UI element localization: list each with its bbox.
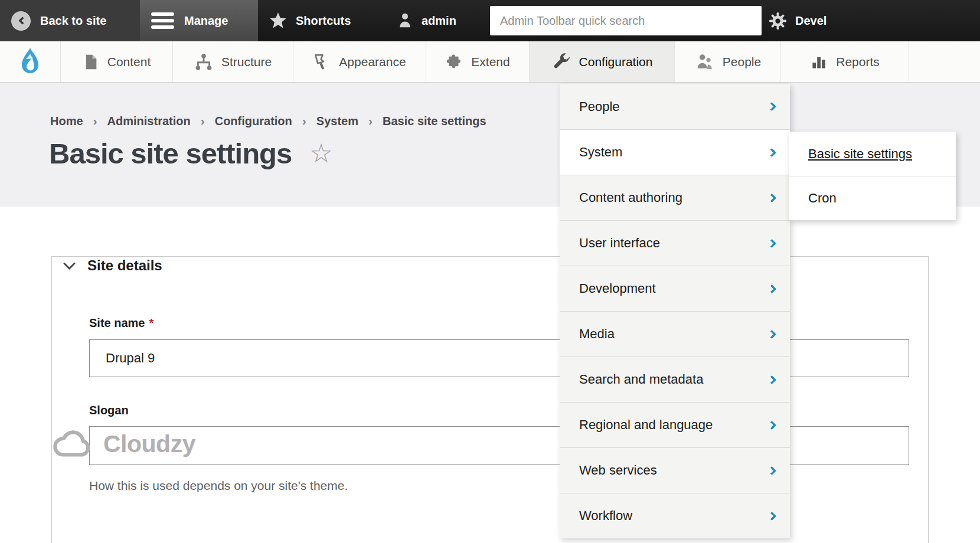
admin-bar-spacer bbox=[909, 41, 980, 82]
menu-item-appearance[interactable]: Appearance bbox=[293, 41, 426, 82]
shortcuts-tab[interactable]: Shortcuts bbox=[269, 0, 351, 41]
dropdown-item-development[interactable]: Development bbox=[560, 266, 790, 311]
chevron-down-icon bbox=[63, 257, 76, 270]
appearance-icon bbox=[313, 53, 331, 71]
site-details-fieldset bbox=[51, 256, 929, 543]
menu-item-label: Reports bbox=[836, 55, 880, 69]
menu-item-structure[interactable]: Structure bbox=[173, 41, 293, 82]
menu-item-label: Structure bbox=[221, 55, 272, 69]
dropdown-item-user-interface[interactable]: User interface bbox=[560, 220, 790, 266]
gear-icon bbox=[768, 11, 788, 31]
dropdown-item-workflow[interactable]: Workflow bbox=[560, 493, 790, 538]
admin-toolbar-search-input[interactable] bbox=[490, 6, 762, 35]
dropdown-item-label: Regional and language bbox=[579, 417, 713, 433]
reports-bar-chart-icon bbox=[810, 53, 828, 71]
breadcrumb-separator: › bbox=[302, 114, 306, 128]
breadcrumb-link-administration[interactable]: Administration bbox=[107, 115, 191, 128]
top-toolbar: Back to site Manage Shortcuts admin bbox=[0, 0, 980, 41]
slogan-label: Slogan bbox=[89, 404, 129, 417]
chevron-right-icon bbox=[767, 466, 777, 475]
dropdown-item-label: Workflow bbox=[579, 508, 632, 524]
people-icon bbox=[694, 53, 714, 71]
favorite-star-icon[interactable]: ☆ bbox=[309, 140, 332, 166]
configuration-dropdown-menu: People System Content authoring User int… bbox=[560, 84, 790, 538]
admin-menu-bar: Content Structure Appearance Extend bbox=[0, 41, 980, 83]
manage-label: Manage bbox=[184, 14, 228, 28]
dropdown-item-label: People bbox=[579, 99, 620, 115]
chevron-right-icon bbox=[767, 284, 777, 293]
dropdown-item-system[interactable]: System bbox=[560, 129, 790, 175]
dropdown-item-people[interactable]: People bbox=[560, 84, 790, 129]
page-title-row: Basic site settings ☆ bbox=[49, 137, 333, 170]
chevron-right-icon bbox=[767, 511, 777, 521]
dropdown-item-label: User interface bbox=[579, 235, 660, 251]
required-marker: * bbox=[149, 316, 153, 329]
chevron-right-icon bbox=[767, 238, 777, 248]
site-details-section-toggle[interactable]: Site details bbox=[65, 257, 162, 274]
menu-item-extend[interactable]: Extend bbox=[426, 41, 530, 82]
menu-item-reports[interactable]: Reports bbox=[781, 41, 909, 82]
admin-user-tab[interactable]: admin bbox=[396, 0, 456, 41]
menu-item-label: People bbox=[723, 55, 761, 69]
menu-item-configuration[interactable]: Configuration bbox=[530, 41, 675, 82]
dropdown-item-label: Media bbox=[579, 326, 615, 342]
chevron-right-icon bbox=[767, 420, 777, 430]
chevron-right-icon bbox=[767, 148, 777, 157]
site-name-label: Site name* bbox=[89, 316, 153, 330]
page-title: Basic site settings bbox=[49, 137, 292, 170]
menu-item-label: Content bbox=[107, 55, 151, 69]
chevron-right-icon bbox=[767, 375, 777, 384]
breadcrumb: Home › Administration › Configuration › … bbox=[50, 114, 486, 128]
star-icon bbox=[269, 11, 288, 30]
menu-item-content[interactable]: Content bbox=[61, 41, 173, 82]
submenu-item-basic-site-settings[interactable]: Basic site settings bbox=[789, 132, 956, 176]
breadcrumb-separator: › bbox=[201, 114, 205, 128]
breadcrumb-link-home[interactable]: Home bbox=[50, 115, 83, 128]
devel-tab[interactable]: Devel bbox=[768, 0, 827, 41]
cloud-icon bbox=[53, 428, 96, 460]
dropdown-item-search-and-metadata[interactable]: Search and metadata bbox=[560, 356, 790, 402]
back-to-site-label: Back to site bbox=[40, 14, 106, 28]
admin-user-label: admin bbox=[422, 14, 456, 28]
breadcrumb-separator: › bbox=[93, 114, 97, 128]
back-to-site-button[interactable]: Back to site bbox=[0, 0, 140, 41]
submenu-item-cron[interactable]: Cron bbox=[789, 176, 956, 220]
chevron-right-icon bbox=[767, 102, 777, 112]
dropdown-item-label: System bbox=[579, 145, 622, 160]
breadcrumb-link-configuration[interactable]: Configuration bbox=[215, 115, 292, 128]
slogan-help-text: How this is used depends on your site's … bbox=[89, 479, 348, 493]
dropdown-item-content-authoring[interactable]: Content authoring bbox=[560, 175, 790, 220]
dropdown-item-label: Web services bbox=[579, 463, 657, 478]
dropdown-item-label: Search and metadata bbox=[579, 372, 703, 387]
chevron-right-icon bbox=[767, 193, 777, 202]
dropdown-item-web-services[interactable]: Web services bbox=[560, 447, 790, 493]
drupal-home-button[interactable] bbox=[0, 41, 61, 82]
shortcuts-label: Shortcuts bbox=[296, 14, 351, 28]
configuration-wrench-icon bbox=[551, 52, 571, 71]
menu-item-people[interactable]: People bbox=[675, 41, 781, 82]
breadcrumb-link-system[interactable]: System bbox=[316, 115, 358, 128]
system-submenu: Basic site settings Cron bbox=[789, 132, 956, 220]
submenu-item-label: Cron bbox=[808, 191, 837, 206]
site-details-title: Site details bbox=[87, 257, 162, 274]
drupal-admin-page: Back to site Manage Shortcuts admin bbox=[0, 0, 980, 543]
devel-label: Devel bbox=[795, 14, 827, 28]
menu-item-label: Configuration bbox=[579, 55, 653, 69]
content-icon bbox=[83, 53, 99, 71]
user-icon bbox=[396, 11, 414, 30]
manage-tab[interactable]: Manage bbox=[140, 0, 258, 41]
dropdown-item-label: Development bbox=[579, 281, 656, 296]
submenu-item-label: Basic site settings bbox=[808, 146, 912, 162]
structure-icon bbox=[194, 53, 213, 71]
back-arrow-icon bbox=[11, 11, 31, 31]
cloudzy-watermark: Cloudzy bbox=[53, 428, 195, 460]
chevron-right-icon bbox=[767, 329, 777, 339]
cloudzy-watermark-text: Cloudzy bbox=[103, 430, 195, 458]
drupal-logo bbox=[15, 44, 45, 80]
menu-item-label: Appearance bbox=[339, 55, 406, 69]
breadcrumb-current-item: Basic site settings bbox=[383, 115, 486, 128]
breadcrumb-separator: › bbox=[368, 114, 373, 128]
dropdown-item-media[interactable]: Media bbox=[560, 311, 790, 356]
dropdown-item-regional-and-language[interactable]: Regional and language bbox=[560, 402, 790, 447]
extend-puzzle-icon bbox=[445, 53, 463, 71]
